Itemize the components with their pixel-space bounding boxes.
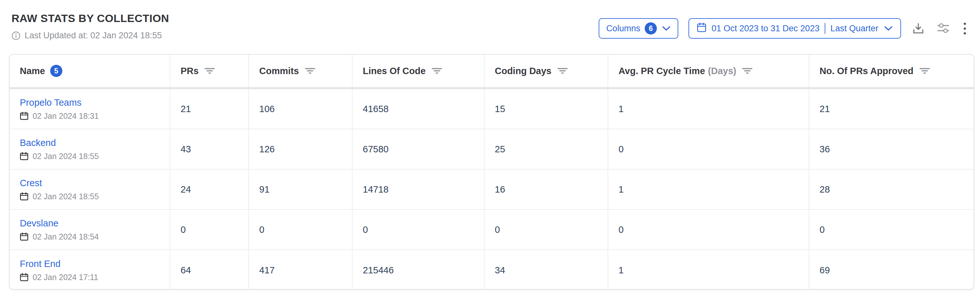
avg-pr-cycle-cell: 1	[608, 89, 809, 129]
table-row: Front End 02 Jan 2024 17:11 64 417 21544…	[10, 250, 974, 290]
filter-icon[interactable]	[431, 66, 442, 76]
filter-icon[interactable]	[305, 66, 315, 76]
prs-cell: 64	[170, 250, 249, 290]
collection-link[interactable]: Propelo Teams	[20, 97, 81, 108]
name-cell: Backend 02 Jan 2024 18:55	[10, 129, 170, 169]
chevron-down-icon	[884, 24, 893, 33]
prs-approved-cell: 69	[809, 250, 974, 290]
commits-cell: 106	[249, 89, 353, 129]
prs-approved-cell: 36	[809, 129, 974, 169]
columns-button[interactable]: Columns 6	[599, 18, 679, 39]
raw-stats-page: RAW STATS BY COLLECTION Last Updated at:…	[0, 0, 980, 297]
sliders-icon	[937, 22, 950, 35]
col-header-prs: PRs	[170, 55, 249, 87]
calendar-icon	[20, 273, 29, 282]
toolbar: Columns 6 01 Oct 2023 to 31 Dec 2023 Las…	[599, 18, 969, 39]
chevron-down-icon	[662, 24, 671, 33]
name-cell: Crest 02 Jan 2024 18:55	[10, 170, 170, 209]
date-preset-text: Last Quarter	[830, 24, 878, 33]
calendar-icon	[20, 192, 29, 201]
commits-cell: 126	[249, 129, 353, 169]
row-updated: 02 Jan 2024 18:55	[20, 192, 99, 201]
name-count-badge: 5	[50, 65, 62, 77]
lines-of-code-cell: 41658	[353, 89, 485, 129]
filter-icon[interactable]	[557, 66, 568, 76]
row-updated: 02 Jan 2024 18:31	[20, 111, 99, 121]
row-updated: 02 Jan 2024 18:54	[20, 232, 99, 241]
coding-days-cell: 16	[485, 170, 608, 209]
table-row: Propelo Teams 02 Jan 2024 18:31 21 106 4…	[10, 89, 974, 129]
filter-icon[interactable]	[742, 66, 753, 76]
kebab-menu-icon	[964, 23, 966, 25]
lines-of-code-cell: 215446	[353, 250, 485, 290]
prs-approved-cell: 28	[809, 170, 974, 209]
columns-count-badge: 6	[645, 22, 657, 35]
commits-cell: 0	[249, 210, 353, 249]
lines-of-code-cell: 67580	[353, 129, 485, 169]
filter-icon[interactable]	[204, 66, 215, 76]
lines-of-code-cell: 0	[353, 210, 485, 249]
info-icon	[11, 31, 21, 40]
coding-days-cell: 0	[485, 210, 608, 249]
collection-link[interactable]: Crest	[20, 178, 42, 188]
col-header-commits: Commits	[249, 55, 353, 87]
table-row: Crest 02 Jan 2024 18:55 24 91 14718 16 1…	[10, 170, 974, 210]
prs-approved-cell: 0	[809, 210, 974, 249]
row-updated: 02 Jan 2024 17:11	[20, 273, 98, 282]
col-header-prs-approved: No. Of PRs Approved	[809, 55, 974, 87]
collection-link[interactable]: Devslane	[20, 218, 59, 229]
page-title: RAW STATS BY COLLECTION	[11, 12, 169, 25]
prs-cell: 43	[170, 129, 249, 169]
calendar-icon	[20, 232, 29, 241]
prs-cell: 0	[170, 210, 249, 249]
last-updated-row: Last Updated at: 02 Jan 2024 18:55	[11, 31, 162, 41]
name-cell: Devslane 02 Jan 2024 18:54	[10, 210, 170, 249]
col-header-coding-days: Coding Days	[485, 55, 608, 87]
date-range-text: 01 Oct 2023 to 31 Dec 2023	[711, 24, 819, 33]
date-divider	[825, 23, 825, 34]
prs-cell: 21	[170, 89, 249, 129]
columns-button-label: Columns	[606, 24, 641, 33]
name-cell: Front End 02 Jan 2024 17:11	[10, 250, 170, 290]
date-range-button[interactable]: 01 Oct 2023 to 31 Dec 2023 Last Quarter	[689, 18, 901, 39]
coding-days-cell: 34	[485, 250, 608, 290]
name-cell: Propelo Teams 02 Jan 2024 18:31	[10, 89, 170, 129]
filter-icon[interactable]	[919, 66, 930, 76]
coding-days-cell: 15	[485, 89, 608, 129]
col-header-lines-of-code: Lines Of Code	[353, 55, 485, 87]
avg-pr-cycle-cell: 1	[608, 250, 809, 290]
collection-link[interactable]: Backend	[20, 138, 56, 148]
table-row: Devslane 02 Jan 2024 18:54 0 0 0 0 0 0	[10, 210, 974, 250]
stats-table: Name 5 PRs Commits Lines Of Code Coding …	[9, 54, 974, 290]
prs-cell: 24	[170, 170, 249, 209]
lines-of-code-cell: 14718	[353, 170, 485, 209]
more-options-button[interactable]	[961, 21, 969, 36]
commits-cell: 417	[249, 250, 353, 290]
calendar-icon	[20, 152, 29, 160]
avg-pr-cycle-cell: 0	[608, 210, 809, 249]
settings-button[interactable]	[935, 21, 951, 36]
prs-approved-cell: 21	[809, 89, 974, 129]
collection-link[interactable]: Front End	[20, 259, 60, 269]
avg-pr-cycle-cell: 0	[608, 129, 809, 169]
commits-cell: 91	[249, 170, 353, 209]
calendar-icon	[697, 22, 706, 35]
download-icon	[913, 22, 924, 35]
download-button[interactable]	[911, 21, 925, 37]
col-header-avg-pr-cycle-time: Avg. PR Cycle Time (Days)	[608, 55, 809, 87]
col-header-name: Name 5	[10, 55, 170, 87]
row-updated: 02 Jan 2024 18:55	[20, 152, 99, 161]
coding-days-cell: 25	[485, 129, 608, 169]
avg-pr-cycle-cell: 1	[608, 170, 809, 209]
calendar-icon	[20, 111, 29, 121]
table-row: Backend 02 Jan 2024 18:55 43 126 67580 2…	[10, 129, 974, 170]
last-updated-text: Last Updated at: 02 Jan 2024 18:55	[25, 31, 162, 41]
table-header-row: Name 5 PRs Commits Lines Of Code Coding …	[10, 55, 974, 89]
